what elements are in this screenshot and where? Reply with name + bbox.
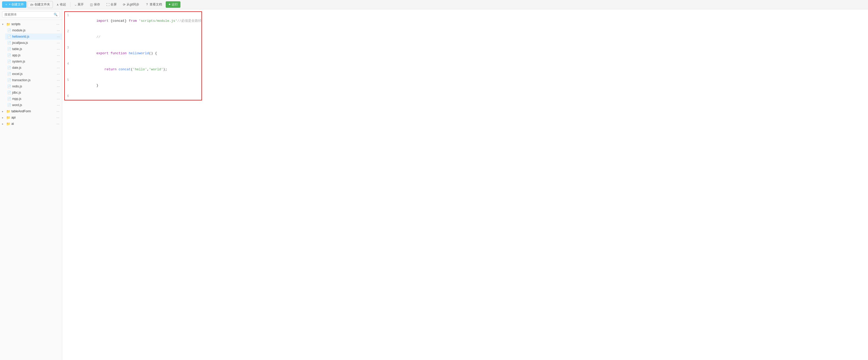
line-num-4: 4 <box>65 61 72 66</box>
file-table-js[interactable]: 📄 table.js ··· <box>5 46 62 52</box>
file-redis-js[interactable]: 📄 redis.js ··· <box>5 83 62 89</box>
file-module-js[interactable]: 📄 module.js ··· <box>5 27 62 33</box>
file-system-js[interactable]: 📄 system.js ··· <box>5 58 62 65</box>
file-icon: 📄 <box>7 47 11 51</box>
fullscreen-button[interactable]: ⛶ 全屏 <box>104 1 119 8</box>
line-content-1: import {concat} from 'scripts/module.js'… <box>72 13 202 29</box>
expand-icon: ⌵ <box>75 3 76 6</box>
file-helloworld-js[interactable]: 📄 helloworld.js ··· <box>5 33 62 40</box>
file-jscalljava-js-label: jscalljava.js <box>12 41 56 44</box>
folder-ai-header[interactable]: ▸ 📁 ai ··· <box>0 121 62 127</box>
create-file-label: + 创建文件 <box>9 2 24 7</box>
folder-tableandform-header[interactable]: ▸ 📁 tableAndForm ··· <box>0 108 62 114</box>
str-world: 'world' <box>149 67 163 71</box>
create-folder-button[interactable]: 🗁 创建文件夹 <box>28 1 53 8</box>
punc-parens: () { <box>149 51 157 55</box>
folder-ai-label: ai <box>11 122 55 125</box>
collapse-button[interactable]: ∧ 收起 <box>54 1 69 8</box>
toolbar: ＋ + 创建文件 🗁 创建文件夹 ∧ 收起 ⌵ 展开 ◫ 保存 ⛶ 全屏 ⟳ 从… <box>0 0 868 9</box>
line-num-1: 1 <box>65 13 72 18</box>
file-icon: 📄 <box>7 85 11 88</box>
kw-function: function <box>111 51 129 55</box>
file-transaction-js-label: transaction.js <box>12 78 56 82</box>
line-content-5: } <box>72 78 98 94</box>
more-icon[interactable]: ··· <box>56 109 60 113</box>
line-content-2: // <box>72 29 100 45</box>
kw-return: return <box>96 67 119 71</box>
file-more-icon[interactable]: ··· <box>57 41 60 45</box>
expand-button[interactable]: ⌵ 展开 <box>72 1 86 8</box>
file-more-icon[interactable]: ··· <box>57 47 60 51</box>
code-editor-wrap[interactable]: 1 import {concat} from 'scripts/module.j… <box>62 9 868 360</box>
more-icon[interactable]: ··· <box>56 122 60 126</box>
search-input[interactable] <box>4 13 53 16</box>
folder-api-label: api <box>11 116 55 119</box>
file-icon: 📄 <box>7 97 11 101</box>
more-icon[interactable]: ··· <box>56 22 60 26</box>
line-num-5: 5 <box>65 78 72 83</box>
file-jdbc-js[interactable]: 📄 jdbc.js ··· <box>5 89 62 96</box>
file-mpp-js[interactable]: 📄 mpp.js ··· <box>5 96 62 102</box>
folder-ai: ▸ 📁 ai ··· <box>0 121 62 127</box>
cm-comment-2: // <box>96 35 101 39</box>
file-more-icon[interactable]: ··· <box>57 53 60 57</box>
file-more-icon[interactable]: ··· <box>57 97 60 101</box>
file-app-js-label: app.js <box>12 54 56 57</box>
file-word-js[interactable]: 📄 word.js ··· <box>5 102 62 108</box>
file-date-js-label: date.js <box>12 66 56 69</box>
file-more-icon[interactable]: ··· <box>57 59 60 64</box>
file-icon: 📄 <box>7 41 11 44</box>
help-label: 查看文档 <box>150 2 162 7</box>
cm-comment-1: //必须是全路径 <box>177 19 202 23</box>
search-wrap[interactable]: 🔍 <box>2 11 60 18</box>
collapse-icon: ∧ <box>57 3 59 6</box>
fullscreen-label: 全屏 <box>111 2 117 7</box>
help-button[interactable]: ？ 查看文档 <box>143 1 165 8</box>
code-line-6: 6 <box>65 94 202 99</box>
file-jdbc-js-label: jdbc.js <box>12 91 56 94</box>
code-line-1: 1 import {concat} from 'scripts/module.j… <box>65 13 202 29</box>
folder-scripts-header[interactable]: ▾ 📁 scripts ··· <box>0 21 62 27</box>
fn-concat: concat <box>119 67 131 71</box>
file-word-js-label: word.js <box>12 103 56 107</box>
main-layout: 🔍 ▾ 📁 scripts ··· 📄 module.js ··· <box>0 9 868 360</box>
code-block[interactable]: 1 import {concat} from 'scripts/module.j… <box>64 11 202 100</box>
more-icon[interactable]: ··· <box>56 115 60 120</box>
punc-closebrace: } <box>96 84 98 87</box>
file-more-icon[interactable]: ··· <box>57 72 60 76</box>
kw-export: export <box>96 51 111 55</box>
fullscreen-icon: ⛶ <box>106 3 110 6</box>
kw-from: from <box>129 19 139 23</box>
file-icon: 📄 <box>7 29 11 32</box>
file-more-icon[interactable]: ··· <box>57 84 60 88</box>
line-content-4: return concat('hello','world'); <box>72 61 167 78</box>
file-date-js[interactable]: 📄 date.js ··· <box>5 65 62 71</box>
file-module-js-label: module.js <box>12 29 56 32</box>
create-file-button[interactable]: ＋ + 创建文件 <box>2 1 26 8</box>
file-jscalljava-js[interactable]: 📄 jscalljava.js ··· <box>5 40 62 46</box>
folder-icon: 🗁 <box>30 3 33 6</box>
search-icon: 🔍 <box>54 13 58 16</box>
file-app-js[interactable]: 📄 app.js ··· <box>5 52 62 58</box>
create-folder-label: 创建文件夹 <box>34 2 50 7</box>
file-table-js-label: table.js <box>12 47 56 51</box>
run-button[interactable]: ✦ 运行 <box>166 1 181 8</box>
punc-open: ( <box>131 67 133 71</box>
expand-label: 展开 <box>78 2 84 7</box>
file-more-icon[interactable]: ··· <box>57 34 60 39</box>
file-more-icon[interactable]: ··· <box>57 28 60 32</box>
file-more-icon[interactable]: ··· <box>57 66 60 70</box>
file-helloworld-js-label: helloworld.js <box>12 35 56 38</box>
file-transaction-js[interactable]: 📄 transaction.js ··· <box>5 77 62 83</box>
save-button[interactable]: ◫ 保存 <box>87 1 103 8</box>
file-icon: 📄 <box>7 78 11 82</box>
fn-name: helloworld <box>129 51 149 55</box>
folder-open-icon: 📁 <box>6 22 10 26</box>
folder-api-header[interactable]: ▸ 📁 api ··· <box>0 114 62 121</box>
kw-import: import <box>96 19 111 23</box>
file-more-icon[interactable]: ··· <box>57 103 60 107</box>
file-more-icon[interactable]: ··· <box>57 91 60 95</box>
file-excel-js[interactable]: 📄 excel.js ··· <box>5 71 62 77</box>
git-sync-button[interactable]: ⟳ 从git同步 <box>120 1 142 8</box>
file-more-icon[interactable]: ··· <box>57 78 60 82</box>
